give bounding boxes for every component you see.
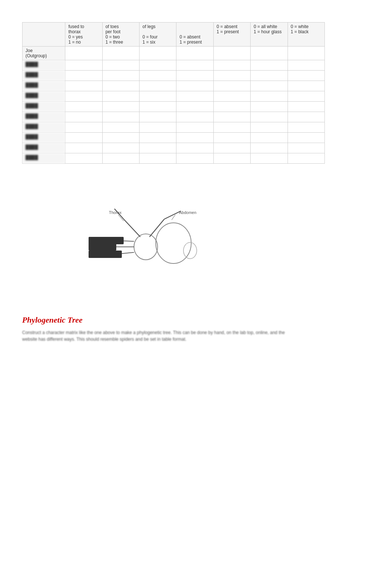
outgroup-col6[interactable] <box>251 47 288 60</box>
cell-1-1[interactable] <box>65 60 102 71</box>
spider-diagram: Thorax Abdomen <box>66 178 221 304</box>
col-header-3: of legs 0 = four 1 = six <box>140 23 176 47</box>
outgroup-col2[interactable] <box>102 47 139 60</box>
svg-rect-11 <box>89 243 116 251</box>
col-header-5: 0 = absent 1 = present <box>213 23 250 47</box>
spider-svg: Thorax Abdomen <box>66 178 221 304</box>
outgroup-name-line2: (Outgroup) <box>25 53 47 58</box>
col2-line1: of toes <box>106 24 119 29</box>
abdomen-label: Abdomen <box>179 210 196 215</box>
table-row: ████ <box>23 133 325 143</box>
col-header-2: of toes per foot 0 = two 1 = three <box>102 23 139 47</box>
table-row: ████ <box>23 122 325 133</box>
col6-line3: 0 = all white <box>254 24 277 29</box>
row-label-1: ████ <box>23 60 65 71</box>
col3-line4: 1 = six <box>142 40 155 45</box>
outgroup-name-line1: Joe <box>25 48 32 53</box>
phylogenetic-title: Phylogenetic Tree <box>22 315 370 325</box>
character-matrix-table: fused to thorax 0 = yes 1 = no of toes p… <box>22 22 325 164</box>
svg-line-2 <box>124 219 140 237</box>
outgroup-col1[interactable] <box>65 47 102 60</box>
svg-point-0 <box>156 223 191 263</box>
cell-1-3[interactable] <box>140 60 176 71</box>
text-section: Phylogenetic Tree Construct a character … <box>22 315 370 343</box>
svg-line-5 <box>164 211 181 219</box>
col1-line1: fused to <box>68 24 84 29</box>
cell-1-7[interactable] <box>288 60 324 71</box>
cell-1-4[interactable] <box>176 60 213 71</box>
row-label-4: ████ <box>23 91 65 102</box>
col1-line3: 0 = yes <box>68 34 83 40</box>
cell-1-6[interactable] <box>251 60 288 71</box>
col4-line4: 1 = present <box>179 40 202 45</box>
col4-line3: 0 = absent <box>179 34 200 40</box>
row-label-6: ████ <box>23 112 65 122</box>
table-row: ████ <box>23 71 325 81</box>
col7-line4: 1 = black <box>291 29 309 34</box>
outgroup-col3[interactable] <box>140 47 176 60</box>
outgroup-col7[interactable] <box>288 47 324 60</box>
col1-line4: 1 = no <box>68 40 81 45</box>
col5-line4: 1 = present <box>217 29 239 34</box>
col-header-7: 0 = white 1 = black <box>288 23 324 47</box>
outgroup-label: Joe (Outgroup) <box>23 47 65 60</box>
row-label-header <box>23 23 65 47</box>
table-row: ████ <box>23 153 325 164</box>
col3-line1: of legs <box>142 24 155 29</box>
outgroup-col4[interactable] <box>176 47 213 60</box>
row-label-10: ████ <box>23 153 65 164</box>
row-label-8: ████ <box>23 133 65 143</box>
col5-line3: 0 = absent <box>217 24 237 29</box>
table-row: ████ <box>23 60 325 71</box>
body-text: Construct a character matrix like the on… <box>22 329 288 343</box>
col1-line2: thorax <box>68 29 80 34</box>
col3-line3: 0 = four <box>142 34 158 40</box>
col2-line4: 1 = three <box>106 40 123 45</box>
row-label-3: ████ <box>23 81 65 91</box>
row-label-7: ████ <box>23 122 65 133</box>
row-label-9: ████ <box>23 143 65 153</box>
svg-point-1 <box>134 234 158 260</box>
col6-line4: 1 = hour glass <box>254 29 282 34</box>
col2-line3: 0 = two <box>106 34 120 40</box>
row-label-5: ████ <box>23 102 65 112</box>
table-section: fused to thorax 0 = yes 1 = no of toes p… <box>22 22 370 164</box>
col2-line2: per foot <box>106 29 121 34</box>
table-row: ████ <box>23 91 325 102</box>
col7-line3: 0 = white <box>291 24 309 29</box>
table-row: ████ <box>23 102 325 112</box>
svg-rect-14 <box>89 251 122 258</box>
cell-1-2[interactable] <box>102 60 139 71</box>
table-row: ████ <box>23 143 325 153</box>
row-label-2: ████ <box>23 71 65 81</box>
col-header-6: 0 = all white 1 = hour glass <box>251 23 288 47</box>
cell-1-5[interactable] <box>213 60 250 71</box>
table-row: ████ <box>23 112 325 122</box>
thorax-label: Thorax <box>109 210 122 215</box>
table-row: ████ <box>23 81 325 91</box>
outgroup-col5[interactable] <box>213 47 250 60</box>
outgroup-row: Joe (Outgroup) <box>23 47 325 60</box>
col-header-4: 0 = absent 1 = present <box>176 23 213 47</box>
col-header-1: fused to thorax 0 = yes 1 = no <box>65 23 102 47</box>
